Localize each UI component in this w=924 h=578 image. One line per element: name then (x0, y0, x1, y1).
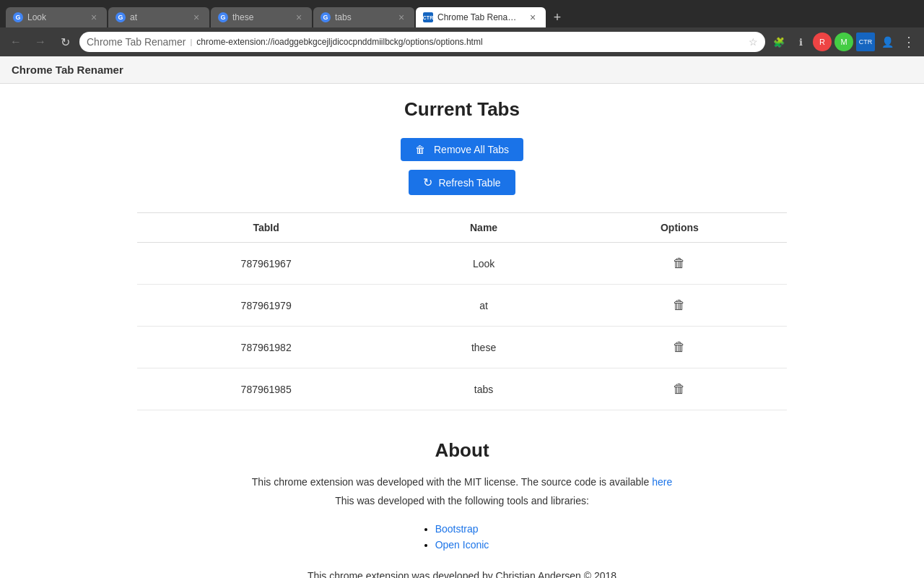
cell-tabid-3: 787961985 (137, 368, 395, 410)
cell-options-1: 🗑 (572, 285, 787, 327)
footer-text: This chrome extension was developed by C… (43, 570, 881, 578)
table-header-row: TabId Name Options (137, 213, 787, 243)
delete-button-1[interactable]: 🗑 (670, 295, 689, 316)
cell-name-0: Look (395, 243, 572, 285)
reload-button[interactable]: ↻ (55, 32, 75, 52)
cell-tabid-1: 787961979 (137, 285, 395, 327)
about-line2: This was developed with the following to… (43, 495, 881, 506)
libraries-list: Bootstrap Open Iconic (435, 521, 489, 553)
new-tab-button[interactable]: + (547, 7, 567, 27)
refresh-table-button[interactable]: Refresh Table (409, 170, 515, 195)
main-content: Current Tabs Remove All Tabs Refresh Tab… (0, 84, 924, 578)
tab-title-these: these (232, 12, 289, 22)
tab-these[interactable]: G these × (211, 7, 312, 27)
tab-tabs[interactable]: G tabs × (313, 7, 414, 27)
tab-favicon-look: G (13, 12, 23, 22)
trash-icon-1: 🗑 (673, 298, 686, 312)
about-here-link[interactable]: here (652, 476, 672, 488)
tab-title-tabs: tabs (335, 12, 391, 22)
library-open-iconic: Open Iconic (435, 537, 489, 553)
cell-tabid-2: 787961982 (137, 327, 395, 368)
tab-bar: G Look × G at × G these × G tabs × CTR C… (0, 0, 924, 27)
ext-icon-red[interactable]: R (813, 33, 832, 51)
tab-close-look[interactable]: × (88, 12, 100, 23)
trash-icon-0: 🗑 (673, 256, 686, 270)
col-header-tabid: TabId (137, 213, 395, 243)
remove-all-label: Remove All Tabs (434, 144, 509, 155)
star-icon[interactable]: ☆ (749, 36, 758, 48)
open-iconic-link[interactable]: Open Iconic (435, 539, 489, 551)
delete-button-3[interactable]: 🗑 (670, 379, 689, 400)
tab-title-look: Look (27, 12, 84, 22)
cell-name-3: tabs (395, 368, 572, 410)
address-bar[interactable]: Chrome Tab Renamer | chrome-extension://… (79, 32, 765, 52)
ext-icon-ctr[interactable]: CTR (856, 33, 875, 51)
about-section: About This chrome extension was develope… (14, 439, 910, 578)
col-header-name: Name (395, 213, 572, 243)
current-tabs-title: Current Tabs (14, 98, 910, 121)
tab-at[interactable]: G at × (108, 7, 209, 27)
about-title: About (43, 439, 881, 462)
bootstrap-link[interactable]: Bootstrap (435, 523, 479, 535)
table-row: 787961985 tabs 🗑 (137, 368, 787, 410)
tab-ctr[interactable]: CTR Chrome Tab Renamer Options × (416, 7, 546, 27)
col-header-options: Options (572, 213, 787, 243)
action-buttons: Remove All Tabs Refresh Table (14, 138, 910, 195)
address-separator: | (190, 38, 192, 46)
forward-button[interactable]: → (30, 32, 51, 52)
tab-close-ctr[interactable]: × (527, 12, 539, 23)
cell-options-0: 🗑 (572, 243, 787, 285)
tab-look[interactable]: G Look × (6, 7, 107, 27)
profile-icon[interactable]: 👤 (878, 33, 897, 51)
browser-chrome: G Look × G at × G these × G tabs × CTR C… (0, 0, 924, 56)
back-button[interactable]: ← (6, 32, 26, 52)
address-bar-row: ← → ↻ Chrome Tab Renamer | chrome-extens… (0, 27, 924, 56)
table-row: 787961979 at 🗑 (137, 285, 787, 327)
remove-all-button[interactable]: Remove All Tabs (401, 138, 523, 161)
remove-all-icon (415, 144, 428, 155)
tab-favicon-tabs: G (321, 12, 331, 22)
library-bootstrap: Bootstrap (435, 521, 489, 537)
tab-title-at: at (130, 12, 186, 22)
cell-options-2: 🗑 (572, 327, 787, 368)
app-title: Chrome Tab Renamer (12, 64, 123, 76)
delete-button-2[interactable]: 🗑 (670, 337, 689, 358)
tab-favicon-ctr: CTR (423, 12, 433, 22)
cell-name-2: these (395, 327, 572, 368)
address-domain-label: Chrome Tab Renamer (87, 36, 186, 48)
about-line1: This chrome extension was developed with… (43, 476, 881, 488)
tab-close-tabs[interactable]: × (396, 12, 407, 23)
toolbar-icons: 🧩 ℹ R M CTR 👤 ⋮ (770, 33, 918, 51)
table-row: 787961967 Look 🗑 (137, 243, 787, 285)
address-url: chrome-extension://ioadggebkgcejljdicocp… (196, 37, 744, 47)
refresh-icon (423, 176, 432, 189)
trash-icon-3: 🗑 (673, 381, 686, 396)
about-line1-text: This chrome extension was developed with… (252, 476, 652, 488)
delete-button-0[interactable]: 🗑 (670, 253, 689, 274)
tab-title-ctr: Chrome Tab Renamer Options (437, 12, 523, 22)
tab-close-these[interactable]: × (293, 12, 305, 23)
table-row: 787961982 these 🗑 (137, 327, 787, 368)
cell-name-1: at (395, 285, 572, 327)
ext-icon-green[interactable]: M (834, 33, 853, 51)
trash-icon-2: 🗑 (673, 340, 686, 354)
page-title-bar: Chrome Tab Renamer (0, 56, 924, 84)
refresh-label: Refresh Table (438, 177, 500, 189)
extensions-button[interactable]: 🧩 (770, 33, 788, 51)
help-icon[interactable]: ℹ (791, 33, 810, 51)
cell-options-3: 🗑 (572, 368, 787, 410)
cell-tabid-0: 787961967 (137, 243, 395, 285)
tab-favicon-at: G (116, 12, 126, 22)
tabs-table: TabId Name Options 787961967 Look 🗑 7879… (137, 212, 787, 410)
tab-favicon-these: G (218, 12, 228, 22)
tab-close-at[interactable]: × (191, 12, 202, 23)
menu-icon[interactable]: ⋮ (899, 33, 918, 51)
